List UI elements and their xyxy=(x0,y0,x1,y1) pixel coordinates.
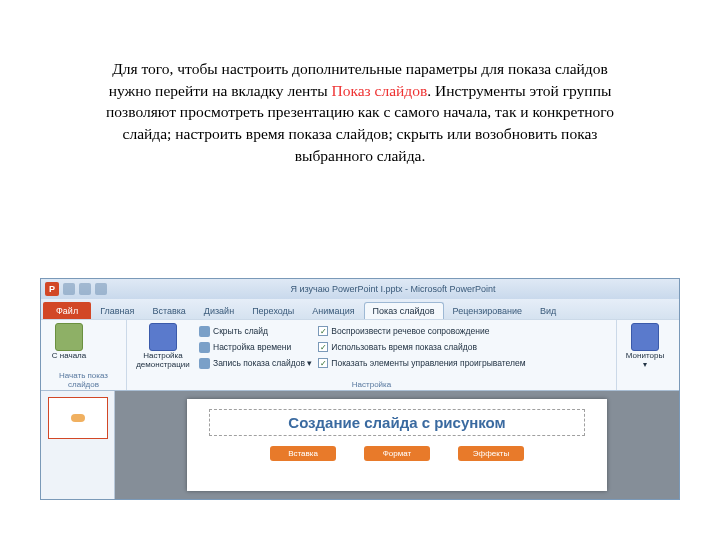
record-icon xyxy=(199,358,210,369)
tab-design[interactable]: Дизайн xyxy=(195,302,243,319)
use-timings-checkbox[interactable]: ✓ Использовать время показа слайдов xyxy=(318,339,525,355)
group-start-label: Начать показ слайдов xyxy=(47,370,120,389)
checkbox-icon: ✓ xyxy=(318,342,328,352)
rehearse-timings-button[interactable]: Настройка времени xyxy=(199,339,312,355)
redo-icon[interactable] xyxy=(95,283,107,295)
thumbnail-pane: 1 xyxy=(41,391,115,499)
group-monitors: Мониторы ▾ xyxy=(617,320,679,390)
ribbon: С начала Начать показ слайдов Настройка … xyxy=(41,319,679,391)
monitor-icon xyxy=(631,323,659,351)
play-narration-checkbox[interactable]: ✓ Воспроизвести речевое сопровождение xyxy=(318,323,525,339)
tab-transitions[interactable]: Переходы xyxy=(243,302,303,319)
slide-btn-1: Вставка xyxy=(270,446,336,461)
monitors-label: Мониторы ▾ xyxy=(623,352,667,370)
presentation-icon xyxy=(55,323,83,351)
hide-slide-label: Скрыть слайд xyxy=(213,326,268,336)
slide-btn-2: Формат xyxy=(364,446,430,461)
group-start-slideshow: С начала Начать показ слайдов xyxy=(41,320,127,390)
save-icon[interactable] xyxy=(63,283,75,295)
group-setup-label: Настройка xyxy=(133,379,610,389)
explanatory-paragraph: Для того, чтобы настроить дополнительные… xyxy=(0,0,720,166)
slide-button-row: Вставка Формат Эффекты xyxy=(187,446,607,461)
setup-small-col: Скрыть слайд Настройка времени Запись по… xyxy=(199,323,312,371)
editing-slide[interactable]: Создание слайда с рисунком Вставка Форма… xyxy=(187,399,607,491)
tab-review[interactable]: Рецензирование xyxy=(444,302,532,319)
thumb-graphic-icon xyxy=(71,414,85,422)
play-narration-label: Воспроизвести речевое сопровождение xyxy=(331,326,489,336)
slide-thumbnail[interactable] xyxy=(48,397,108,439)
setup-slideshow-label: Настройка демонстрации xyxy=(133,352,193,370)
use-timings-label: Использовать время показа слайдов xyxy=(331,342,477,352)
checkbox-icon: ✓ xyxy=(318,358,328,368)
rehearse-label: Настройка времени xyxy=(213,342,291,352)
powerpoint-logo-icon: P xyxy=(45,282,59,296)
window-title: Я изучаю PowerPoint I.pptx - Microsoft P… xyxy=(111,284,675,294)
slide-stage: Создание слайда с рисунком Вставка Форма… xyxy=(115,391,679,499)
tab-animation[interactable]: Анимация xyxy=(303,302,363,319)
monitors-button[interactable]: Мониторы ▾ xyxy=(623,323,667,370)
setup-slideshow-button[interactable]: Настройка демонстрации xyxy=(133,323,193,370)
clock-icon xyxy=(199,342,210,353)
tab-view[interactable]: Вид xyxy=(531,302,565,319)
tab-home[interactable]: Главная xyxy=(91,302,143,319)
group-monitors-label xyxy=(623,379,673,389)
hide-slide-button[interactable]: Скрыть слайд xyxy=(199,323,312,339)
paragraph-accent: Показ слайдов xyxy=(331,82,427,99)
quick-access-toolbar: P Я изучаю PowerPoint I.pptx - Microsoft… xyxy=(41,279,679,299)
setup-checkbox-col: ✓ Воспроизвести речевое сопровождение ✓ … xyxy=(318,323,525,371)
record-slideshow-button[interactable]: Запись показа слайдов ▾ xyxy=(199,355,312,371)
show-controls-checkbox[interactable]: ✓ Показать элементы управления проигрыва… xyxy=(318,355,525,371)
slide-btn-3: Эффекты xyxy=(458,446,524,461)
show-controls-label: Показать элементы управления проигрывате… xyxy=(331,358,525,368)
ribbon-tabstrip: Файл Главная Вставка Дизайн Переходы Ани… xyxy=(41,299,679,319)
undo-icon[interactable] xyxy=(79,283,91,295)
tab-file[interactable]: Файл xyxy=(43,302,91,319)
record-label: Запись показа слайдов ▾ xyxy=(213,358,312,368)
setup-icon xyxy=(149,323,177,351)
powerpoint-window: P Я изучаю PowerPoint I.pptx - Microsoft… xyxy=(40,278,680,500)
hide-slide-icon xyxy=(199,326,210,337)
group-setup: Настройка демонстрации Скрыть слайд Наст… xyxy=(127,320,617,390)
work-area: 1 Создание слайда с рисунком Вставка Фор… xyxy=(41,391,679,499)
checkbox-icon: ✓ xyxy=(318,326,328,336)
from-beginning-label: С начала xyxy=(52,352,86,361)
tab-insert[interactable]: Вставка xyxy=(143,302,194,319)
slide-title: Создание слайда с рисунком xyxy=(209,409,585,436)
tab-slideshow[interactable]: Показ слайдов xyxy=(364,302,444,319)
from-beginning-button[interactable]: С начала xyxy=(47,323,91,361)
